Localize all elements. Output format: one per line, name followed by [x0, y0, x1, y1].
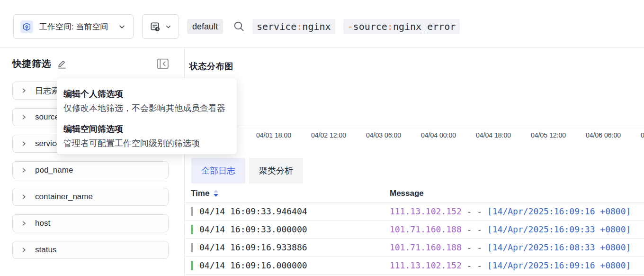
query-token[interactable]: -source:nginx_error — [343, 19, 460, 34]
menu-item-description: 仅修改本地筛选，不会影响其他成员查看器 — [63, 102, 230, 114]
workspace-label: 工作空间: 当前空间 — [39, 21, 108, 32]
table-header: Time Message — [185, 184, 644, 202]
message-ip: 111.13.102.152 — [390, 260, 462, 270]
message-separator: - - — [462, 224, 487, 234]
menu-item-title: 编辑个人筛选项 — [63, 88, 230, 100]
row-message: 111.13.102.152 - - [14/Apr/2025:16:09:16… — [390, 257, 631, 275]
axis-tick-label: 04/04 00:00 — [421, 131, 456, 139]
menu-item-edit-personal-filters[interactable]: 编辑个人筛选项 仅修改本地筛选，不会影响其他成员查看器 — [63, 88, 230, 114]
view-history-icon — [150, 21, 161, 32]
query-tokens: service:nginx-source:nginx_error — [252, 19, 460, 34]
edit-filters-popover: 编辑个人筛选项 仅修改本地筛选，不会影响其他成员查看器 编辑空间筛选项 管理者可… — [57, 78, 237, 154]
filter-label: container_name — [35, 192, 93, 202]
row-message: 111.13.102.152 - - [14/Apr/2025:16:09:16… — [390, 202, 631, 221]
chevron-right-icon — [21, 247, 27, 253]
filter-label: source — [35, 112, 59, 122]
column-header-message: Message — [390, 184, 424, 202]
axis-tick-label: 04/03 06:00 — [366, 131, 401, 139]
axis-tick-label: 04/02 12:00 — [311, 131, 346, 139]
chevron-right-icon — [21, 114, 27, 120]
message-datetime: [14/Apr/2025:16:09:16 +0800] — [487, 206, 631, 216]
chart-axis-line — [189, 126, 644, 126]
tab-cluster-analysis[interactable]: 聚类分析 — [249, 158, 303, 184]
tab-all-logs[interactable]: 全部日志 — [191, 158, 245, 184]
message-datetime: [14/Apr/2025:16:09:16 +0800] — [487, 260, 631, 270]
chevron-right-icon — [21, 167, 27, 174]
status-indicator — [191, 243, 193, 252]
axis-tick-label: 04/01 18:00 — [256, 131, 291, 139]
table-row[interactable]: 04/14 16:09:16.000000 111.13.102.152 - -… — [185, 257, 644, 275]
chevron-down-icon — [118, 23, 125, 30]
column-header-time[interactable]: Time — [191, 184, 218, 202]
filter-item[interactable]: host — [12, 214, 169, 232]
message-separator: - - — [462, 206, 487, 216]
filter-label: pod_name — [35, 166, 73, 175]
chevron-right-icon — [21, 220, 27, 227]
row-message: 101.71.160.188 - - [14/Apr/2025:16:08:33… — [390, 239, 631, 257]
chart-title: 状态分布图 — [189, 61, 233, 72]
log-explorer-app: 工作空间: 当前空间 default — [0, 0, 644, 276]
filter-item[interactable]: status — [12, 241, 169, 259]
workspace-logo-icon — [20, 20, 33, 33]
row-time: 04/14 16:09:33.946404 — [199, 202, 307, 221]
saved-views-selector[interactable] — [142, 14, 179, 39]
chevron-down-icon — [165, 24, 171, 30]
edit-filters-icon[interactable] — [56, 58, 67, 69]
sort-icon — [214, 190, 218, 197]
chevron-right-icon — [21, 87, 27, 94]
chevron-right-icon — [21, 140, 27, 147]
table-row[interactable]: 04/14 16:09:16.933886 101.71.160.188 - -… — [185, 239, 644, 257]
axis-tick-label: 04/05 12:00 — [531, 131, 566, 139]
table-row[interactable]: 04/14 16:09:33.946404 111.13.102.152 - -… — [185, 202, 644, 221]
chevron-right-icon — [21, 193, 27, 200]
row-time: 04/14 16:09:33.000000 — [199, 221, 307, 239]
message-ip: 111.13.102.152 — [390, 206, 462, 216]
row-time: 04/14 16:09:16.000000 — [199, 257, 307, 275]
axis-tick-label: 04/07 00:00 — [641, 131, 644, 139]
filter-item[interactable]: container_name — [12, 188, 169, 206]
status-indicator — [191, 261, 193, 270]
row-message: 101.71.160.188 - - [14/Apr/2025:16:09:33… — [390, 221, 631, 239]
main-panel: 状态分布图 04/01 00:0004/01 18:0004/02 12:000… — [185, 48, 644, 276]
message-datetime: [14/Apr/2025:16:09:33 +0800] — [487, 224, 631, 234]
sidebar-title: 快捷筛选 — [12, 57, 51, 70]
status-indicator — [191, 225, 193, 234]
axis-tick-label: 04/04 18:00 — [476, 131, 511, 139]
menu-item-description: 管理者可配置工作空间级别的筛选项 — [63, 138, 230, 149]
message-ip: 101.71.160.188 — [390, 224, 462, 234]
filter-item[interactable]: pod_name — [12, 161, 169, 179]
status-indicator — [191, 207, 193, 216]
table-row[interactable]: 04/14 16:09:33.000000 101.71.160.188 - -… — [185, 221, 644, 239]
row-time: 04/14 16:09:16.933886 — [199, 239, 307, 257]
tabs: 全部日志 聚类分析 — [191, 158, 303, 184]
axis-tick-label: 04/06 06:00 — [586, 131, 621, 139]
message-separator: - - — [462, 260, 487, 270]
workspace-selector[interactable]: 工作空间: 当前空间 — [13, 14, 134, 39]
message-separator: - - — [462, 242, 487, 252]
message-datetime: [14/Apr/2025:16:08:33 +0800] — [487, 242, 631, 252]
collapse-panel-icon[interactable] — [156, 57, 169, 70]
topbar: 工作空间: 当前空间 default — [0, 0, 644, 48]
filter-label: host — [35, 219, 50, 228]
menu-item-edit-workspace-filters[interactable]: 编辑空间筛选项 管理者可配置工作空间级别的筛选项 — [63, 123, 230, 149]
menu-item-title: 编辑空间筛选项 — [63, 123, 230, 135]
search-icon — [233, 20, 245, 32]
message-ip: 101.71.160.188 — [390, 242, 462, 252]
index-tag[interactable]: default — [187, 19, 223, 34]
query-token[interactable]: service:nginx — [252, 19, 335, 34]
filter-label: status — [35, 245, 56, 255]
